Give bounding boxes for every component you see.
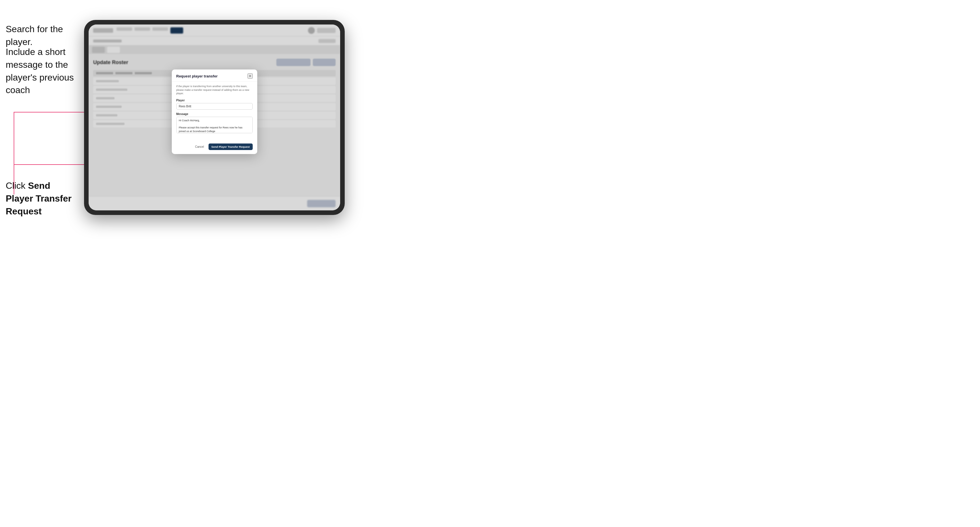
modal-description: If the player is transferring from anoth… — [177, 84, 253, 95]
modal-close-button[interactable]: ✕ — [248, 73, 253, 79]
arrow-line-vertical-2 — [14, 164, 14, 194]
modal-body: If the player is transferring from anoth… — [172, 82, 257, 141]
modal-title: Request player transfer — [177, 74, 218, 78]
request-transfer-modal: Request player transfer ✕ If the player … — [172, 70, 257, 154]
modal-overlay: Request player transfer ✕ If the player … — [89, 24, 340, 210]
message-textarea[interactable]: Hi Coach McHarg, Please accept this tran… — [177, 117, 253, 133]
modal-header: Request player transfer ✕ — [172, 70, 257, 82]
player-input[interactable] — [177, 103, 253, 110]
message-field: Message Hi Coach McHarg, Please accept t… — [177, 113, 253, 134]
player-label: Player — [177, 99, 253, 102]
tablet-device: Update Roster — [84, 20, 345, 215]
annotation-message: Include a short message to the player's … — [6, 46, 80, 97]
modal-footer: Cancel Send Player Transfer Request — [172, 141, 257, 154]
send-transfer-request-button[interactable]: Send Player Transfer Request — [208, 143, 253, 150]
cancel-button[interactable]: Cancel — [193, 144, 206, 149]
annotation-click: Click Send Player Transfer Request — [6, 179, 80, 217]
tablet-screen: Update Roster — [89, 24, 340, 210]
player-field: Player — [177, 99, 253, 110]
message-label: Message — [177, 113, 253, 116]
annotation-search: Search for the player. — [6, 23, 77, 48]
